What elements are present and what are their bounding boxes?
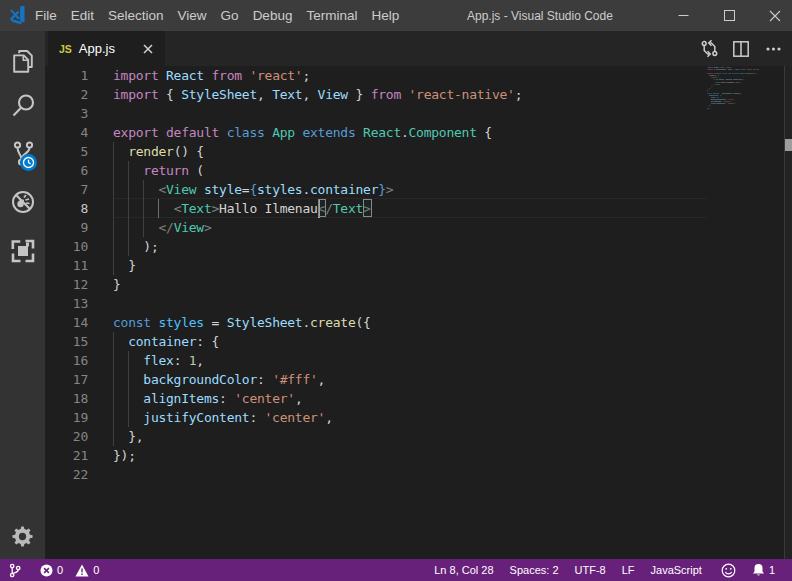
warnings-status[interactable]: 0 xyxy=(69,559,105,581)
indent-guide xyxy=(128,180,129,199)
token: 'react-native' xyxy=(409,87,515,102)
indent-guide xyxy=(128,370,129,389)
token: import xyxy=(113,87,158,102)
token: : xyxy=(174,353,189,368)
indent-guide xyxy=(113,408,114,427)
token: } xyxy=(113,277,121,292)
encoding-status[interactable]: UTF-8 xyxy=(567,559,614,581)
debug-icon[interactable] xyxy=(0,178,45,226)
minimap-line xyxy=(707,109,767,111)
code-line-17: backgroundColor: '#fff', xyxy=(113,370,325,389)
notifications-bell[interactable]: 1 xyxy=(744,559,783,581)
line-number: 12 xyxy=(45,275,88,294)
token: Component xyxy=(409,125,477,140)
token xyxy=(113,220,158,235)
errors-status[interactable]: 0 xyxy=(31,559,69,581)
line-number: 11 xyxy=(45,256,88,275)
token xyxy=(265,125,273,140)
indent-guide xyxy=(128,389,129,408)
indentation-status[interactable]: Spaces: 2 xyxy=(502,559,567,581)
menu-go[interactable]: Go xyxy=(214,0,246,31)
token: 'center' xyxy=(265,410,326,425)
line-number: 19 xyxy=(45,408,88,427)
token: , xyxy=(295,391,303,406)
token: flex xyxy=(143,353,173,368)
git-branch-icon[interactable] xyxy=(0,559,31,581)
code-line-7: <View style={styles.container}> xyxy=(113,180,393,199)
indent-guide xyxy=(113,161,114,180)
tab-close-icon[interactable] xyxy=(140,41,156,57)
menu-selection[interactable]: Selection xyxy=(101,0,171,31)
feedback-smiley-icon[interactable] xyxy=(710,559,744,581)
token: > xyxy=(204,220,212,235)
token: alignItems xyxy=(143,391,219,406)
indent-guide xyxy=(113,180,114,199)
token: ); xyxy=(113,239,158,254)
language-status[interactable]: JavaScript xyxy=(643,559,710,581)
indent-guide xyxy=(113,256,114,275)
token: Text xyxy=(181,201,211,216)
menu-file[interactable]: File xyxy=(28,0,64,31)
minimize-button[interactable] xyxy=(660,0,706,31)
indent-guide xyxy=(113,332,114,351)
token: render xyxy=(128,144,173,159)
token: , xyxy=(302,87,317,102)
token: class xyxy=(227,125,265,140)
token: StyleSheet xyxy=(227,315,303,330)
token: React xyxy=(363,125,401,140)
indent-guide xyxy=(128,408,129,427)
minimap[interactable]: import React from 'react';import { Style… xyxy=(707,67,767,117)
code-line-1: import React from 'react'; xyxy=(113,66,310,85)
split-editor-icon[interactable] xyxy=(731,38,751,60)
code-line-18: alignItems: 'center', xyxy=(113,389,302,408)
token: . xyxy=(302,182,310,197)
settings-gear-icon[interactable] xyxy=(0,512,45,560)
token: } xyxy=(348,87,371,102)
extensions-icon[interactable] xyxy=(0,227,45,275)
cursor-position-status[interactable]: Ln 8, Col 28 xyxy=(426,559,501,581)
explorer-icon[interactable] xyxy=(0,36,45,84)
token xyxy=(113,334,128,349)
code-line-5: render() { xyxy=(113,142,204,161)
more-actions-icon[interactable] xyxy=(763,38,783,60)
code-line-4: export default class App extends React.C… xyxy=(113,123,492,142)
tab-bar: JS App.js xyxy=(45,31,792,66)
token: from xyxy=(371,87,401,102)
toggle-changes-icon[interactable] xyxy=(699,38,719,60)
line-number: 3 xyxy=(45,104,88,123)
menu-terminal[interactable]: Terminal xyxy=(299,0,364,31)
token: default xyxy=(166,125,219,140)
token: container xyxy=(128,334,196,349)
token xyxy=(204,68,212,83)
editor[interactable]: 12345678910111213141516171819202122 impo… xyxy=(45,66,792,559)
line-number: 2 xyxy=(45,85,88,104)
token: style xyxy=(204,182,242,197)
token: App xyxy=(272,125,295,140)
menu-debug[interactable]: Debug xyxy=(246,0,300,31)
status-bar: 0 0 Ln 8, Col 28 Spaces: 2 UTF-8 LF Java… xyxy=(0,559,792,581)
token: ; xyxy=(302,68,310,83)
search-icon[interactable] xyxy=(0,82,45,130)
vscode-logo-icon xyxy=(9,6,26,25)
token: 'center' xyxy=(234,391,295,406)
code-line-8: <Text>Hallo Ilmenau</Text> xyxy=(113,199,371,218)
menu-edit[interactable]: Edit xyxy=(64,0,101,31)
token: }, xyxy=(113,429,143,444)
eol-status[interactable]: LF xyxy=(614,559,643,581)
window-title: App.js - Visual Studio Code xyxy=(467,0,613,31)
token: import xyxy=(113,68,158,83)
token: { xyxy=(477,125,492,140)
token: </ xyxy=(158,220,173,235)
line-number: 20 xyxy=(45,427,88,446)
indent-guide xyxy=(113,199,114,218)
token: View xyxy=(174,220,204,235)
menu-view[interactable]: View xyxy=(171,0,214,31)
code-line-15: container: { xyxy=(113,332,219,351)
close-button[interactable] xyxy=(752,0,792,31)
indent-guide xyxy=(128,199,129,218)
tab-appjs[interactable]: JS App.js xyxy=(48,31,165,66)
token: Text xyxy=(272,87,302,102)
menu-help[interactable]: Help xyxy=(364,0,406,31)
indent-guide xyxy=(113,427,114,446)
maximize-button[interactable] xyxy=(706,0,752,31)
